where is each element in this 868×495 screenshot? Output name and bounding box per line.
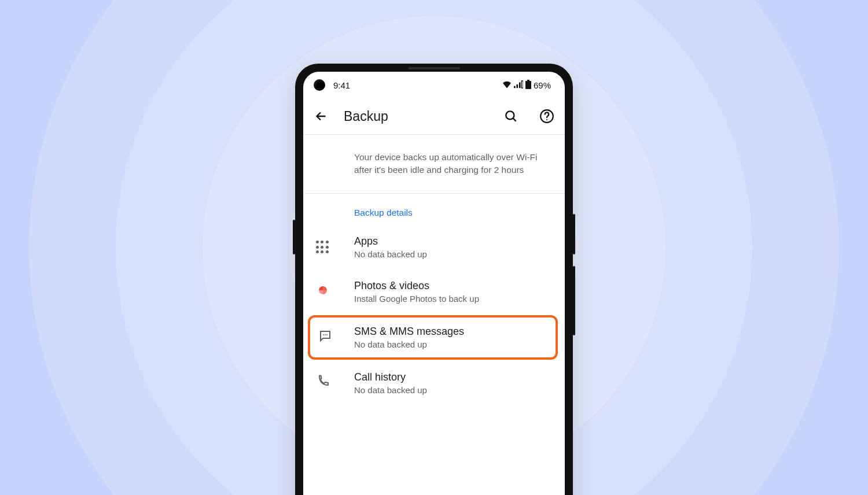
- svg-rect-2: [519, 82, 521, 88]
- page-title: Backup: [344, 109, 492, 124]
- svg-rect-3: [521, 80, 523, 87]
- backup-item-photos[interactable]: Photos & videos Install Google Photos to…: [303, 269, 565, 314]
- backup-info-text: Your device backs up automatically over …: [303, 135, 565, 193]
- item-subtitle: Install Google Photos to back up: [354, 294, 551, 304]
- item-title: SMS & MMS messages: [354, 326, 544, 338]
- phone-icon: [316, 375, 330, 391]
- item-title: Call history: [354, 371, 551, 383]
- item-subtitle: No data backed up: [354, 385, 551, 395]
- svg-point-11: [326, 334, 328, 335]
- status-time: 9:41: [333, 80, 350, 90]
- svg-point-9: [323, 334, 324, 335]
- svg-rect-5: [525, 81, 531, 89]
- section-header-backup-details: Backup details: [303, 194, 565, 225]
- help-button[interactable]: [539, 109, 554, 124]
- status-battery-text: 69%: [534, 80, 551, 90]
- svg-rect-0: [514, 86, 516, 88]
- phone-frame: 9:41 69% Backup: [295, 64, 573, 495]
- apps-grid-icon: [316, 241, 329, 253]
- phone-screen: 9:41 69% Backup: [303, 72, 565, 495]
- svg-rect-4: [527, 80, 529, 81]
- status-bar: 9:41 69%: [303, 72, 565, 98]
- app-bar: Backup: [303, 98, 565, 134]
- backup-item-calls[interactable]: Call history No data backed up: [303, 361, 565, 405]
- item-subtitle: No data backed up: [354, 339, 544, 349]
- svg-point-8: [546, 119, 547, 120]
- battery-icon: [525, 80, 531, 91]
- backup-item-apps[interactable]: Apps No data backed up: [303, 225, 565, 269]
- search-button[interactable]: [503, 109, 518, 124]
- backup-item-sms[interactable]: SMS & MMS messages No data backed up: [310, 317, 556, 357]
- signal-icon: [514, 80, 523, 90]
- camera-punch-hole: [314, 79, 325, 91]
- item-title: Photos & videos: [354, 280, 551, 292]
- highlight-box-sms: SMS & MMS messages No data backed up: [308, 315, 558, 360]
- svg-rect-1: [516, 84, 518, 88]
- back-button[interactable]: [314, 109, 329, 124]
- wifi-icon: [502, 80, 512, 90]
- svg-point-10: [325, 334, 326, 335]
- item-subtitle: No data backed up: [354, 249, 551, 259]
- google-photos-icon: [316, 283, 330, 300]
- svg-point-6: [506, 111, 514, 119]
- item-title: Apps: [354, 235, 551, 248]
- message-icon: [318, 329, 332, 345]
